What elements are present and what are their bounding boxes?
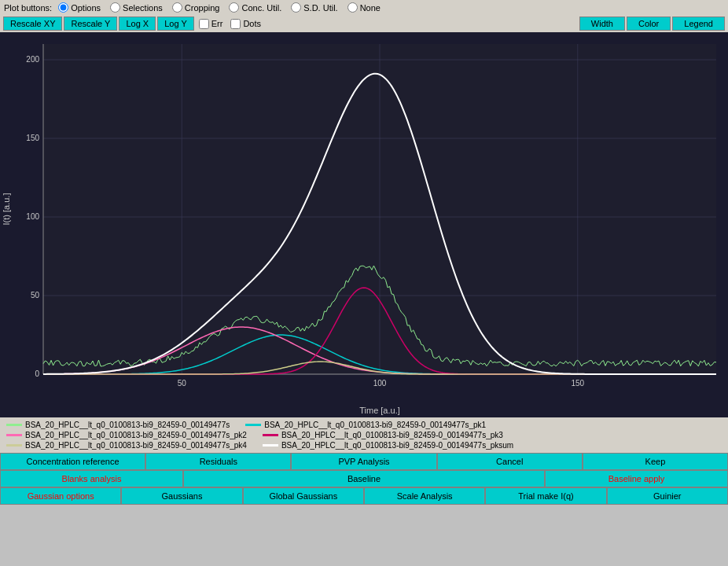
legend-row-2: BSA_20_HPLC__lt_q0_0100813-bi9_82459-0_0…	[6, 431, 722, 439]
baseline-btn[interactable]: Baseline	[183, 470, 545, 487]
color-button[interactable]: Color	[627, 17, 671, 31]
rescale-y-button[interactable]: Rescale Y	[64, 17, 117, 31]
main-chart[interactable]	[0, 32, 728, 417]
legend-item-main: BSA_20_HPLC__lt_q0_0100813-bi9_82459-0_0…	[6, 421, 230, 429]
legend-item-pk2: BSA_20_HPLC__lt_q0_0100813-bi9_82459-0_0…	[6, 431, 247, 439]
legend-item-pk1: BSA_20_HPLC__lt_q0_0100813-bi9_82459-0_0…	[245, 421, 486, 429]
legend-color-pk3	[263, 434, 278, 436]
dots-checkbox[interactable]	[230, 19, 241, 29]
global-gaussians-btn[interactable]: Global Gaussians	[243, 487, 364, 505]
radio-conc-util[interactable]: Conc. Util.	[229, 2, 281, 13]
legend-row-3: BSA_20_HPLC__lt_q0_0100813-bi9_82459-0_0…	[6, 441, 722, 450]
plot-buttons-label: Plot buttons:	[4, 3, 52, 13]
log-x-button[interactable]: Log X	[119, 17, 156, 31]
button-bar: Rescale XY Rescale Y Log X Log Y Err Dot…	[0, 15, 728, 32]
chart-container	[0, 32, 728, 417]
legend-item-pk3: BSA_20_HPLC__lt_q0_0100813-bi9_82459-0_0…	[263, 431, 503, 439]
action-bar-row3: Gaussian options Gaussians Global Gaussi…	[0, 487, 728, 505]
log-y-button[interactable]: Log Y	[157, 17, 194, 31]
radio-options[interactable]: Options	[58, 2, 101, 13]
guinier-btn[interactable]: Guinier	[607, 487, 728, 505]
blanks-analysis-btn[interactable]: Blanks analysis	[0, 470, 183, 487]
trial-make-btn[interactable]: Trial make I(q)	[485, 487, 606, 505]
legend-color-main	[6, 424, 22, 426]
err-checkbox-label[interactable]: Err	[199, 19, 223, 29]
radio-selections[interactable]: Selections	[110, 2, 163, 13]
legend-item-pk4: BSA_20_HPLC__lt_q0_0100813-bi9_82459-0_0…	[6, 441, 247, 450]
scale-analysis-btn[interactable]: Scale Analysis	[364, 487, 485, 505]
radio-sd-util[interactable]: S.D. Util.	[291, 2, 337, 13]
legend-row-1: BSA_20_HPLC__lt_q0_0100813-bi9_82459-0_0…	[6, 421, 722, 429]
residuals-btn[interactable]: Residuals	[145, 453, 291, 470]
action-bar-row1: Concentration reference Residuals PVP An…	[0, 453, 728, 470]
keep-btn[interactable]: Keep	[583, 453, 728, 470]
legend-button[interactable]: Legend	[672, 17, 725, 31]
action-bar-row2: Blanks analysis Baseline Baseline apply	[0, 470, 728, 487]
pvp-analysis-btn[interactable]: PVP Analysis	[291, 453, 436, 470]
radio-cropping[interactable]: Cropping	[172, 2, 220, 13]
rescale-xy-button[interactable]: Rescale XY	[3, 17, 62, 31]
concentration-ref-btn[interactable]: Concentration reference	[0, 453, 145, 470]
gaussian-options-btn[interactable]: Gaussian options	[0, 487, 121, 505]
legend-item-pksum: BSA_20_HPLC__lt_q0_0100813-bi9_82459-0_0…	[263, 441, 513, 450]
radio-none[interactable]: None	[347, 2, 381, 13]
width-button[interactable]: Width	[579, 17, 625, 31]
dots-checkbox-label[interactable]: Dots	[230, 19, 261, 29]
legend-color-pk1	[245, 424, 261, 426]
legend-color-pk2	[6, 434, 22, 436]
legend-color-pk4	[6, 444, 22, 447]
baseline-apply-btn[interactable]: Baseline apply	[545, 470, 728, 487]
gaussians-btn[interactable]: Gaussians	[121, 487, 242, 505]
radio-group: Options Selections Cropping Conc. Util. …	[58, 2, 381, 13]
err-checkbox[interactable]	[199, 19, 209, 29]
top-controls: Plot buttons: Options Selections Croppin…	[0, 0, 728, 15]
legend-area: BSA_20_HPLC__lt_q0_0100813-bi9_82459-0_0…	[0, 417, 728, 453]
legend-color-pksum	[263, 444, 278, 447]
cancel-btn[interactable]: Cancel	[437, 453, 583, 470]
